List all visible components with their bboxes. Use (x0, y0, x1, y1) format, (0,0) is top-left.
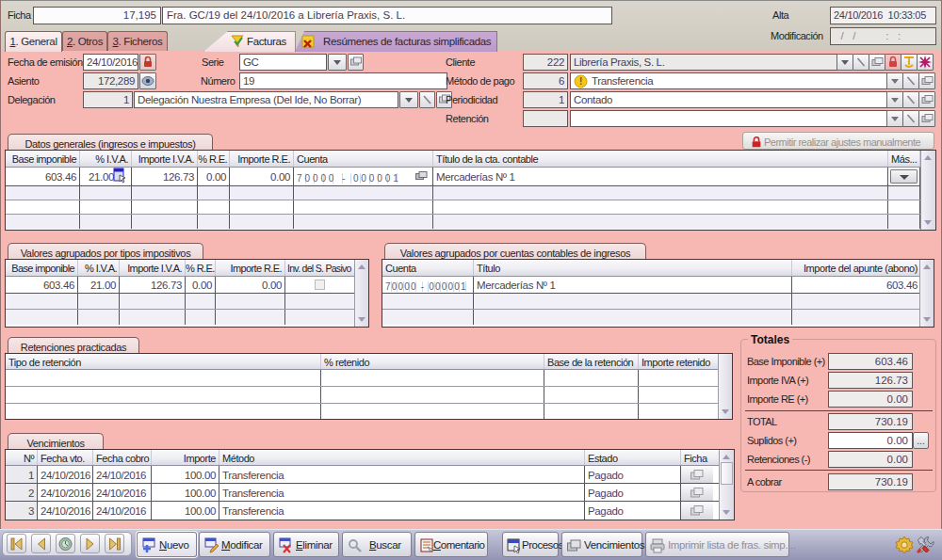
svg-text:!: ! (579, 76, 582, 87)
